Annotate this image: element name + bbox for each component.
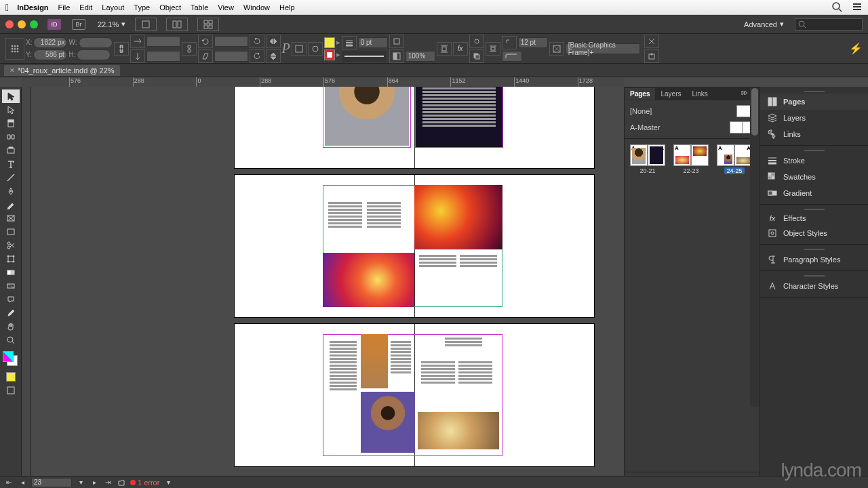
menu-extras-icon[interactable]: [852, 1, 863, 14]
collapse-panel-icon[interactable]: [739, 89, 747, 98]
gradient-swatch-tool[interactable]: [2, 266, 20, 279]
search-help-field[interactable]: [795, 18, 863, 30]
note-tool[interactable]: [2, 293, 20, 306]
menu-object[interactable]: Object: [159, 3, 181, 12]
fill-stroke-proxy[interactable]: [3, 351, 19, 367]
quick-apply-icon[interactable]: ⚡: [849, 42, 863, 55]
menu-table[interactable]: Table: [191, 3, 208, 12]
line-tool[interactable]: [2, 171, 20, 184]
panel-tab-layers[interactable]: Layers: [655, 88, 686, 100]
prev-page-button[interactable]: ◂: [18, 478, 27, 487]
window-minimize-button[interactable]: [18, 20, 26, 28]
zoom-level-dropdown[interactable]: 22.1%▾: [98, 20, 125, 28]
rotation-field[interactable]: [214, 36, 248, 47]
app-name[interactable]: InDesign: [17, 3, 48, 12]
flip-vertical-icon[interactable]: [266, 49, 281, 63]
horizontal-ruler[interactable]: 57628802885768641152144017282016: [22, 77, 624, 87]
dock-layers[interactable]: Layers: [760, 110, 868, 126]
menu-type[interactable]: Type: [134, 3, 150, 12]
object-style-new-icon[interactable]: [644, 49, 659, 63]
spread-thumb-24-25[interactable]: A A 24-25: [717, 144, 752, 174]
screen-mode-button[interactable]: [166, 18, 188, 31]
pencil-tool[interactable]: [2, 198, 20, 211]
document-canvas[interactable]: Academy Afterlife: [22, 87, 624, 487]
dock-character-styles[interactable]: Character Styles: [760, 278, 868, 294]
dock-swatches[interactable]: Swatches: [760, 169, 868, 185]
corner-size-field[interactable]: 12 pt: [518, 37, 548, 48]
window-close-button[interactable]: [5, 20, 14, 28]
content-collector-tool[interactable]: [2, 144, 20, 157]
selection-tool[interactable]: [2, 89, 20, 103]
apply-color-button[interactable]: [2, 370, 20, 384]
x-position-field[interactable]: [33, 37, 67, 48]
shear-field[interactable]: [214, 51, 248, 62]
workspace-switcher[interactable]: Advanced▾: [744, 20, 784, 28]
corner-shape-dropdown[interactable]: [502, 51, 522, 62]
free-transform-tool[interactable]: [2, 252, 20, 266]
rectangle-frame-tool[interactable]: [2, 211, 20, 225]
object-style-dropdown[interactable]: [Basic Graphics Frame]+: [566, 43, 640, 54]
corner-options-icon[interactable]: [502, 36, 517, 49]
menu-window[interactable]: Window: [243, 3, 270, 12]
spread-24-25[interactable]: [235, 324, 594, 466]
scale-y-field[interactable]: [146, 51, 180, 62]
fill-swatch[interactable]: [324, 37, 335, 48]
type-tool[interactable]: [2, 157, 20, 171]
scissors-tool[interactable]: [2, 239, 20, 252]
select-content-icon[interactable]: [308, 42, 323, 56]
apple-menu[interactable]: : [5, 2, 9, 13]
menu-file[interactable]: File: [58, 3, 71, 12]
open-button[interactable]: [117, 478, 126, 487]
last-page-button[interactable]: ⇥: [103, 478, 113, 487]
select-container-icon[interactable]: [292, 42, 307, 56]
panel-scrollbar[interactable]: [750, 88, 760, 407]
y-position-field[interactable]: [33, 49, 67, 60]
page-dropdown-button[interactable]: ▾: [76, 478, 85, 487]
page-number-field[interactable]: [31, 478, 72, 487]
next-page-button[interactable]: ▸: [90, 478, 99, 487]
effects-fx-icon[interactable]: fx: [453, 42, 468, 56]
document-tab[interactable]: ✕*04_roux_article.indd @ 22%: [4, 65, 120, 76]
window-zoom-button[interactable]: [30, 20, 38, 28]
preflight-error[interactable]: 1 error: [130, 479, 159, 487]
close-tab-icon[interactable]: ✕: [9, 67, 15, 74]
dock-effects[interactable]: fxEffects: [760, 211, 868, 225]
wrap-around-object-icon[interactable]: [469, 35, 484, 48]
spread-thumb-20-21[interactable]: A A 20-21: [630, 144, 665, 174]
master-a-row[interactable]: A-Master: [630, 119, 754, 136]
rectangle-tool[interactable]: [2, 225, 20, 239]
view-options-button[interactable]: [135, 18, 157, 31]
view-mode-button[interactable]: [2, 384, 20, 397]
panel-tab-links[interactable]: Links: [686, 88, 713, 100]
dock-stroke[interactable]: Stroke: [760, 152, 868, 169]
stroke-style-dropdown[interactable]: [342, 51, 387, 62]
gradient-feather-tool[interactable]: [2, 279, 20, 293]
drop-shadow-icon[interactable]: [469, 49, 484, 63]
eyedropper-tool[interactable]: [2, 306, 20, 320]
dock-paragraph-styles[interactable]: Paragraph Styles: [760, 251, 868, 268]
zoom-tool[interactable]: [2, 333, 20, 347]
scale-x-field[interactable]: [146, 36, 180, 47]
menu-view[interactable]: View: [218, 3, 234, 12]
flip-horizontal-icon[interactable]: [266, 35, 281, 48]
master-none-row[interactable]: [None]: [630, 103, 754, 119]
spread-22-23[interactable]: [235, 175, 594, 317]
dock-links[interactable]: Links: [760, 126, 868, 142]
dock-gradient[interactable]: Gradient: [760, 185, 868, 201]
opacity-field[interactable]: 100%: [406, 51, 435, 62]
dock-pages[interactable]: Pages: [760, 94, 868, 110]
bridge-button[interactable]: Br: [72, 19, 85, 30]
spread-20-21[interactable]: Academy Afterlife: [235, 87, 594, 168]
gap-tool[interactable]: [2, 130, 20, 144]
menu-edit[interactable]: Edit: [79, 3, 92, 12]
fitting-icon[interactable]: [549, 42, 564, 56]
stroke-weight-field[interactable]: 0 pt: [358, 37, 388, 48]
clear-overrides-icon[interactable]: [644, 35, 659, 48]
menu-help[interactable]: Help: [279, 3, 295, 12]
spotlight-icon[interactable]: [831, 1, 842, 14]
text-wrap-bbox-icon[interactable]: [437, 42, 452, 56]
constrain-proportions-icon[interactable]: [114, 42, 129, 56]
menu-layout[interactable]: Layout: [102, 3, 124, 12]
dock-object-styles[interactable]: Object Styles: [760, 225, 868, 241]
spread-thumb-22-23[interactable]: A A 22-23: [673, 144, 709, 174]
